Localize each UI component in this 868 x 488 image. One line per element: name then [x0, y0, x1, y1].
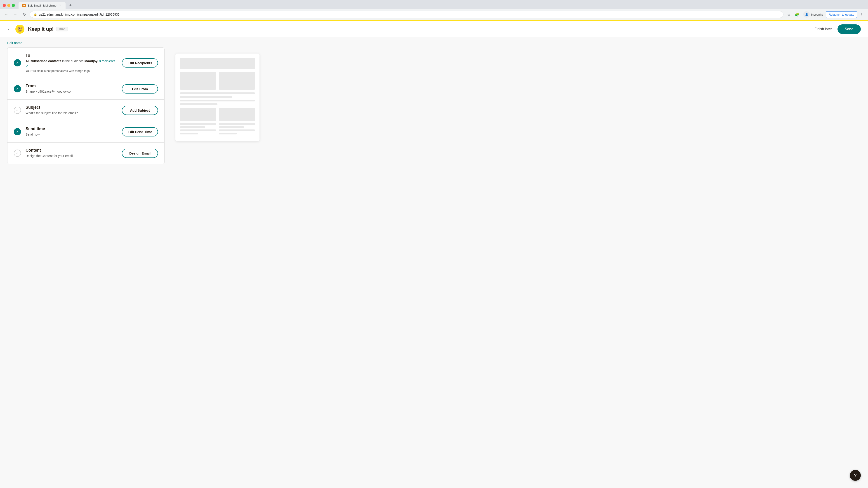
browser-chrome: M Edit Email | Mailchimp ✕ + ← → ↻ 🔒 us2…: [0, 0, 868, 20]
to-desc-audience: Moodjoy.: [85, 59, 98, 63]
from-email: d901eace@moodjoy.com: [37, 90, 73, 93]
preview-text-col-right-line2: [219, 126, 244, 128]
mailchimp-logo: 🐒: [16, 25, 24, 34]
profile-area[interactable]: 👤 Incognito: [802, 10, 825, 19]
help-button[interactable]: ?: [850, 470, 861, 481]
freddie-logo-icon: 🐒: [16, 25, 24, 34]
extensions-button[interactable]: 🧩: [794, 11, 801, 18]
profile-icon: 👤: [803, 11, 810, 18]
from-section: ✓ From Shane • d901eace@moodjoy.com Edit…: [7, 78, 164, 100]
browser-toolbar: ← → ↻ 🔒 us21.admin.mailchimp.com/campaig…: [0, 9, 868, 20]
preview-text-col-left-line3: [180, 129, 216, 131]
from-separator: •: [35, 90, 37, 93]
preview-two-col-text: [180, 108, 255, 136]
to-section-title: To: [26, 53, 117, 58]
subject-section-desc: What's the subject line for this email?: [26, 111, 117, 116]
app-header: ← 🐒 Keep it up! Draft Finish later Send: [0, 21, 868, 37]
campaign-title: Keep it up!: [28, 26, 54, 32]
preview-text-col-right: [219, 108, 255, 136]
preview-col-right: [219, 72, 255, 90]
tab-close-button[interactable]: ✕: [58, 4, 62, 7]
relaunch-button[interactable]: Relaunch to update: [826, 11, 857, 18]
main-content: Edit name ✓ To All subscribed contacts i…: [0, 37, 868, 485]
lock-icon: 🔒: [34, 13, 37, 16]
send-time-section: ✓ Send time Send now Edit Send Time: [7, 121, 164, 142]
back-button[interactable]: ←: [7, 26, 12, 32]
profile-name: Incognito: [811, 13, 823, 16]
subject-check-icon: ✓: [14, 107, 21, 114]
preview-img-left: [180, 108, 216, 121]
send-time-section-desc: Send now: [26, 132, 117, 137]
send-time-section-title: Send time: [26, 127, 117, 131]
tab-title: Edit Email | Mailchimp: [28, 4, 57, 7]
content-section-inner: ✓ Content Design the Content for your em…: [7, 142, 164, 164]
browser-titlebar: M Edit Email | Mailchimp ✕ +: [0, 0, 868, 9]
url-text: us21.admin.mailchimp.com/campaigns/edit?…: [39, 13, 780, 16]
maximize-window-button[interactable]: [12, 4, 15, 7]
bookmark-button[interactable]: ☆: [785, 11, 793, 18]
preview-header-block: [180, 58, 255, 69]
preview-text-line-4: [180, 103, 217, 105]
external-link-icon: ↗: [26, 65, 28, 67]
send-time-section-inner: ✓ Send time Send now Edit Send Time: [7, 121, 164, 142]
content-section: ✓ Content Design the Content for your em…: [7, 142, 164, 164]
right-panel: [172, 37, 267, 485]
from-section-inner: ✓ From Shane • d901eace@moodjoy.com Edit…: [7, 78, 164, 99]
send-time-section-content: Send time Send now: [26, 127, 117, 137]
from-section-title: From: [26, 84, 117, 88]
content-section-desc: Design the Content for your email.: [26, 154, 117, 158]
browser-menu-button[interactable]: ⋮: [858, 11, 865, 18]
edit-from-button[interactable]: Edit From: [122, 84, 158, 94]
to-warning-text: Your 'To' field is not personalized with…: [26, 69, 117, 72]
address-bar[interactable]: 🔒 us21.admin.mailchimp.com/campaigns/edi…: [30, 11, 783, 18]
edit-recipients-button[interactable]: Edit Recipients: [122, 58, 158, 68]
preview-bottom-spacer: [176, 138, 259, 141]
finish-later-button[interactable]: Finish later: [814, 27, 832, 31]
draft-badge: Draft: [57, 27, 68, 31]
edit-send-time-button[interactable]: Edit Send Time: [122, 127, 158, 136]
preview-img-right: [219, 108, 255, 121]
subject-section-title: Subject: [26, 105, 117, 110]
preview-text-col-left-line1: [180, 123, 216, 125]
window-controls: [3, 4, 15, 7]
header-actions: Finish later Send: [814, 24, 861, 34]
send-button[interactable]: Send: [837, 24, 861, 34]
reload-nav-button[interactable]: ↻: [21, 11, 28, 18]
to-desc-in: in the audience: [62, 59, 85, 63]
email-preview: [176, 54, 259, 141]
preview-text-col-right-line1: [219, 123, 255, 125]
left-panel: Edit name ✓ To All subscribed contacts i…: [0, 37, 172, 485]
to-section: ✓ To All subscribed contacts in the audi…: [7, 47, 164, 78]
subject-section-inner: ✓ Subject What's the subject line for th…: [7, 100, 164, 121]
preview-text-line-1: [180, 92, 255, 94]
preview-text-line-2: [180, 96, 232, 98]
to-section-inner: ✓ To All subscribed contacts in the audi…: [7, 48, 164, 78]
preview-col-left: [180, 72, 216, 90]
preview-text-col-left: [180, 108, 216, 136]
to-section-content: To All subscribed contacts in the audien…: [26, 53, 117, 72]
back-nav-button[interactable]: ←: [3, 11, 10, 18]
design-email-button[interactable]: Design Email: [122, 149, 158, 158]
from-check-icon: ✓: [14, 85, 21, 92]
preview-text-col-left-line4: [180, 133, 198, 134]
add-subject-button[interactable]: Add Subject: [122, 106, 158, 115]
forward-nav-button[interactable]: →: [12, 11, 19, 18]
send-time-check-icon: ✓: [14, 128, 21, 135]
from-name: Shane: [26, 90, 35, 93]
to-desc-prefix: All subscribed contacts: [26, 59, 61, 63]
browser-tab[interactable]: M Edit Email | Mailchimp ✕: [19, 2, 66, 9]
subject-section-content: Subject What's the subject line for this…: [26, 105, 117, 116]
close-window-button[interactable]: [3, 4, 6, 7]
minimize-window-button[interactable]: [7, 4, 10, 7]
content-check-icon: ✓: [14, 150, 21, 157]
new-tab-button[interactable]: +: [67, 2, 74, 8]
to-section-desc: All subscribed contacts in the audience …: [26, 59, 117, 68]
tab-favicon-icon: M: [22, 4, 26, 7]
from-section-desc: Shane • d901eace@moodjoy.com: [26, 89, 117, 94]
content-section-content: Content Design the Content for your emai…: [26, 148, 117, 158]
preview-text-line-3: [180, 100, 255, 101]
preview-text-col-left-line2: [180, 126, 205, 128]
preview-text-area-1: [180, 92, 255, 105]
subject-section: ✓ Subject What's the subject line for th…: [7, 100, 164, 121]
edit-name-link[interactable]: Edit name: [7, 37, 23, 47]
